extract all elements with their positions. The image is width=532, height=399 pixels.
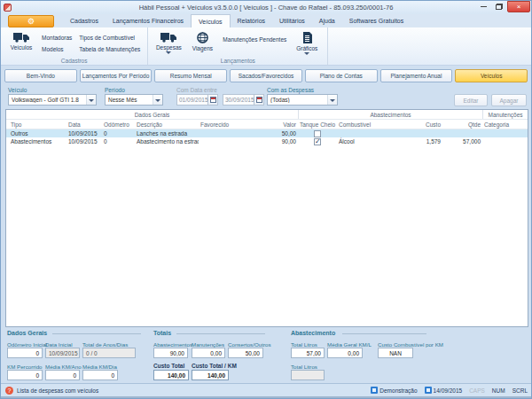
nav-veiculos[interactable]: Veículos [455,69,528,82]
cell-custo: 1,579 [392,137,442,145]
chevron-down-icon [153,95,162,105]
tipos-combustivel-button[interactable]: Tipos de Combustível [75,32,144,43]
nav-bem-vindo[interactable]: Bem-Vindo [4,69,77,82]
despesas-button[interactable]: Despesas [152,29,185,56]
calendar-icon [210,97,216,103]
apagar-button[interactable]: Apagar [491,94,527,106]
calendar-button[interactable] [254,94,264,106]
cell-favorecido [199,137,268,145]
total-litros-field: 57,00 [291,348,325,358]
col-odometro[interactable]: Odômetro [102,120,135,129]
modelos-button[interactable]: Modelos [38,43,75,55]
chevron-down-icon [86,95,96,105]
total-litros2-label: Total Litros [291,364,317,370]
calendar-button[interactable] [208,94,218,106]
window-bottom-edge [1,396,531,398]
media-km-dia-label: Média KM/Dia [82,364,117,370]
km-percorrido-field[interactable]: 0 [7,370,43,380]
veiculos-button[interactable]: Veículos [4,29,38,56]
truck-icon [13,32,29,43]
restore-button[interactable] [491,1,507,12]
nav-planejamento-anual[interactable]: Planejamento Anual [380,69,453,82]
col-valor[interactable]: Valor [268,120,298,129]
tanque-cheio-checkbox[interactable] [314,138,321,145]
media-km-dia-field[interactable]: 0 [82,370,118,380]
despesas-filter-label: Com as Despesas [267,87,314,93]
grid-band-header: Dados Gerais Abastecimentos Manutenções [6,110,528,120]
divider [342,333,426,334]
globe-icon [197,32,208,43]
despesas-select[interactable]: (Todas) [267,94,338,106]
consertos-outros-field: 50,00 [228,348,263,358]
graficos-button-label: Gráficos [296,45,317,51]
tanque-cheio-checkbox[interactable] [314,130,321,137]
total-anos-dias-label: Total de Anos/Dias [82,341,128,348]
cell-tipo: Abastecimentos [9,137,66,145]
tab-cadastros[interactable]: Cadastros [63,14,106,27]
col-combustivel[interactable]: Combustível [337,120,392,129]
col-descricao[interactable]: Descrição [135,120,199,129]
cell-tipo: Outros [9,129,66,137]
col-data[interactable]: Data [66,120,102,129]
nav-plano-de-contas[interactable]: Plano de Contas [305,69,378,82]
col-favorecido[interactable]: Favorecido [199,120,268,129]
date-to-field[interactable]: 30/09/2015 [223,94,264,106]
tab-ajuda[interactable]: Ajuda [312,14,342,27]
viagens-button[interactable]: Viagens [185,29,219,56]
group-label-lancamentos: Lançamentos [148,58,327,64]
manutencoes-label: Manutenções [192,341,224,348]
montadoras-button[interactable]: Montadoras [38,32,75,43]
minimize-button[interactable] [475,1,491,12]
nav-resumo-mensal[interactable]: Resumo Mensal [154,69,227,82]
nav-lancamentos-por-periodo[interactable]: Lançamentos Por Período [80,69,153,82]
media-km-ano-field[interactable]: 0 [45,370,80,380]
status-bar: ? Lista de despesas com veículos Demonst… [1,383,531,396]
tab-softwares-gratuitos[interactable]: Softwares Gratuitos [342,14,411,27]
col-qtde[interactable]: Qtde [442,120,482,129]
col-tanque-cheio[interactable]: Tanque Cheio [298,120,337,129]
periodo-select[interactable]: Nesse Mês [105,94,163,106]
table-row[interactable]: Abastecimentos 10/09/2015 0 Abasteciment… [6,137,528,145]
col-tipo[interactable]: Tipo [9,120,66,129]
viagens-button-label: Viagens [192,45,213,51]
col-custo[interactable]: Custo [392,120,442,129]
band-abastecimentos: Abastecimentos [298,110,482,119]
tab-relatorios[interactable]: Relatórios [231,14,273,27]
tab-utilitarios[interactable]: Utilitários [272,14,312,27]
odometro-inicial-label: Odômetro Inicial [7,341,47,348]
cell-favorecido [199,129,268,137]
tab-veiculos[interactable]: Veículos [191,14,230,27]
status-date: 14/09/2015 [425,387,463,394]
band-manutencoes: Manutenções [482,110,528,119]
graficos-button[interactable]: Gráficos [290,29,324,56]
cell-categoria [482,137,527,145]
calendar-icon [425,387,432,394]
help-icon[interactable]: ? [5,387,13,395]
panel-title-totais: Totais [153,330,171,336]
total-litros-label: Total Litros [291,341,317,348]
cell-custo [392,129,442,137]
odometro-inicial-field[interactable]: 0 [7,348,43,358]
table-row[interactable]: Outros 10/09/2015 0 Lanches na estrada 5… [6,129,528,137]
date-from-field[interactable]: 01/09/2015 [176,94,218,106]
cell-combustivel: Álcool [337,137,392,145]
cell-combustivel [337,129,392,137]
veiculos-button-label: Veículos [11,44,33,51]
application-menu-button[interactable]: ⚙ [8,15,54,27]
tabela-manutencoes-button[interactable]: Tabela de Manutenções [75,43,144,55]
editar-button[interactable]: Editar [454,94,488,106]
tab-lancamentos-financeiros[interactable]: Lançamentos Financeiros [106,14,191,27]
data-inicial-field: 10/09/2015 [45,348,80,358]
col-categoria[interactable]: Categoria [482,120,527,129]
custo-total-field: 140,00 [153,370,189,380]
custo-total-km-label: Custo Total / KM [192,363,237,369]
nav-sacados-favorecidos[interactable]: Sacados/Favorecidos [230,69,302,82]
veiculo-select[interactable]: Volkswagen - Golf GTI 1.8 [8,94,97,106]
media-geral-kml-label: Média Geral KM/L [327,341,372,348]
status-scrl: SCRL [512,387,528,394]
manutencoes-pendentes-button[interactable]: Manutenções Pendentes [219,35,290,44]
window-title: Hábil Pessoal + Veículos v3.5.0.0 [ Veíc… [1,4,531,12]
restore-icon [496,4,503,10]
close-button[interactable]: × [507,1,530,12]
minimize-icon [481,4,487,7]
